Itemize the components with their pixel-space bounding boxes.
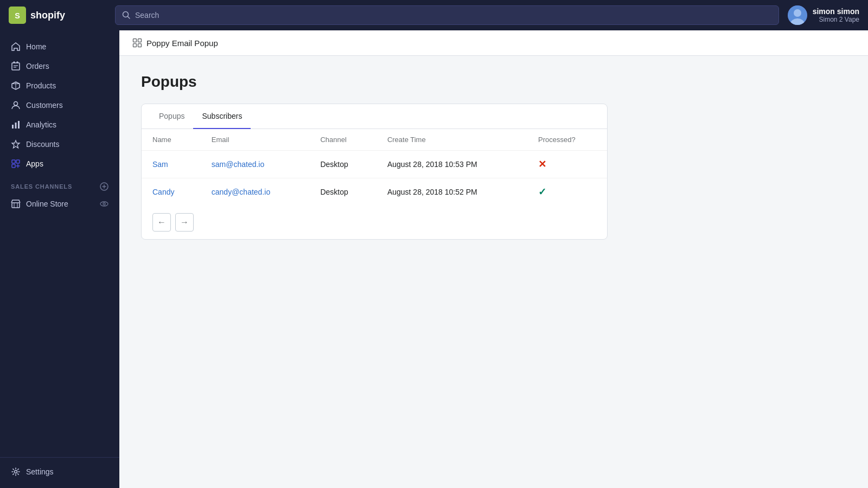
svg-point-27 xyxy=(103,203,105,205)
top-navigation: S shopify simon simon Simon 2 Vape xyxy=(0,0,868,30)
svg-rect-31 xyxy=(133,44,137,47)
col-email: Email xyxy=(201,129,310,151)
table-header-row: Name Email Channel Create Time Processed… xyxy=(142,129,607,151)
sidebar-item-analytics[interactable]: Analytics xyxy=(0,115,119,134)
sidebar-item-home[interactable]: Home xyxy=(0,37,119,56)
svg-rect-30 xyxy=(138,39,142,42)
sidebar-item-orders[interactable]: Orders xyxy=(0,56,119,76)
svg-rect-29 xyxy=(133,39,137,42)
sidebar: Home Orders Products xyxy=(0,30,119,488)
table-row: Sam sam@chated.io Desktop August 28, 201… xyxy=(142,151,607,178)
customers-icon xyxy=(11,100,21,110)
apps-icon xyxy=(11,159,21,169)
sales-channels-label: SALES CHANNELS xyxy=(0,174,119,194)
products-icon xyxy=(11,81,21,91)
main-content: Poppy Email Popup Popups Popups Subscrib… xyxy=(119,30,868,488)
logo[interactable]: S shopify xyxy=(9,7,106,24)
sidebar-item-apps[interactable]: Apps xyxy=(0,154,119,174)
page-title: Popups xyxy=(141,73,846,91)
cell-processed-1: ✓ xyxy=(527,178,607,206)
search-bar[interactable] xyxy=(115,5,779,25)
svg-point-28 xyxy=(15,471,17,473)
col-channel: Channel xyxy=(309,129,376,151)
sidebar-item-customers-label: Customers xyxy=(26,101,63,110)
name-link-1[interactable]: Candy xyxy=(152,188,174,196)
sidebar-item-discounts-label: Discounts xyxy=(26,140,59,149)
orders-icon xyxy=(11,61,21,71)
col-name: Name xyxy=(142,129,201,151)
sidebar-item-settings-label: Settings xyxy=(26,467,54,476)
sidebar-item-discounts[interactable]: Discounts xyxy=(0,134,119,154)
table-row: Candy candy@chated.io Desktop August 28,… xyxy=(142,178,607,206)
tab-popups[interactable]: Popups xyxy=(150,104,193,129)
logo-text: shopify xyxy=(30,10,65,21)
sidebar-item-analytics-label: Analytics xyxy=(26,120,56,129)
popups-card: Popups Subscribers Name Email Channel Cr… xyxy=(141,104,608,240)
svg-rect-16 xyxy=(18,121,20,129)
subscribers-table: Name Email Channel Create Time Processed… xyxy=(142,129,607,206)
discounts-icon xyxy=(11,139,21,149)
settings-icon xyxy=(11,467,21,477)
svg-rect-7 xyxy=(12,63,20,70)
svg-rect-23 xyxy=(12,203,20,208)
user-info: simon simon Simon 2 Vape xyxy=(813,7,859,23)
sidebar-item-apps-label: Apps xyxy=(26,159,43,168)
sidebar-item-online-store-label: Online Store xyxy=(26,200,68,208)
svg-rect-14 xyxy=(12,125,14,129)
svg-rect-17 xyxy=(12,160,15,163)
sidebar-item-products[interactable]: Products xyxy=(0,76,119,95)
add-sales-channel-icon[interactable] xyxy=(100,182,108,191)
prev-page-button[interactable]: ← xyxy=(152,213,171,232)
cell-create-time-0: August 28, 2018 10:53 PM xyxy=(376,151,527,178)
processed-icon-0: ✕ xyxy=(538,159,546,170)
cell-name-0[interactable]: Sam xyxy=(142,151,201,178)
home-icon xyxy=(11,42,21,52)
sidebar-item-orders-label: Orders xyxy=(26,62,49,70)
sidebar-item-settings[interactable]: Settings xyxy=(0,462,119,481)
table-body: Sam sam@chated.io Desktop August 28, 201… xyxy=(142,151,607,206)
user-name: simon simon xyxy=(813,7,859,16)
sidebar-item-products-label: Products xyxy=(26,81,56,90)
layout: Home Orders Products xyxy=(0,30,868,488)
cell-email-0[interactable]: sam@chated.io xyxy=(201,151,310,178)
analytics-icon xyxy=(11,120,21,130)
user-subtitle: Simon 2 Vape xyxy=(813,16,859,23)
breadcrumb-text: Poppy Email Popup xyxy=(146,38,218,48)
sidebar-item-customers[interactable]: Customers xyxy=(0,95,119,115)
svg-point-26 xyxy=(100,202,108,206)
name-link-0[interactable]: Sam xyxy=(152,160,168,169)
svg-point-13 xyxy=(14,102,18,106)
online-store-eye-icon xyxy=(100,200,108,208)
search-icon xyxy=(122,11,131,20)
user-area: simon simon Simon 2 Vape xyxy=(788,5,859,25)
tab-bar: Popups Subscribers xyxy=(142,104,607,129)
cell-create-time-1: August 28, 2018 10:52 PM xyxy=(376,178,527,206)
svg-point-5 xyxy=(794,9,801,17)
cell-channel-0: Desktop xyxy=(309,151,376,178)
shopify-logo-icon: S xyxy=(9,7,26,24)
cell-channel-1: Desktop xyxy=(309,178,376,206)
col-processed: Processed? xyxy=(527,129,607,151)
svg-rect-15 xyxy=(15,123,17,129)
page-content: Popups Popups Subscribers Name Email Cha… xyxy=(119,56,868,488)
store-icon xyxy=(11,199,21,209)
tab-subscribers[interactable]: Subscribers xyxy=(193,104,251,129)
cell-processed-0: ✕ xyxy=(527,151,607,178)
breadcrumb-bar: Poppy Email Popup xyxy=(119,30,868,56)
avatar xyxy=(788,5,807,25)
email-link-1[interactable]: candy@chated.io xyxy=(212,188,270,196)
processed-icon-1: ✓ xyxy=(538,187,546,197)
next-page-button[interactable]: → xyxy=(175,213,194,232)
cell-email-1[interactable]: candy@chated.io xyxy=(201,178,310,206)
col-create-time: Create Time xyxy=(376,129,527,151)
svg-rect-18 xyxy=(16,160,20,163)
sidebar-item-online-store[interactable]: Online Store xyxy=(0,194,119,214)
svg-line-3 xyxy=(128,17,130,19)
svg-text:S: S xyxy=(15,11,20,20)
email-link-0[interactable]: sam@chated.io xyxy=(212,160,264,169)
sidebar-bottom: Settings xyxy=(0,457,119,481)
sidebar-item-home-label: Home xyxy=(26,42,46,51)
breadcrumb-grid-icon xyxy=(132,38,142,48)
search-input[interactable] xyxy=(135,11,772,20)
cell-name-1[interactable]: Candy xyxy=(142,178,201,206)
